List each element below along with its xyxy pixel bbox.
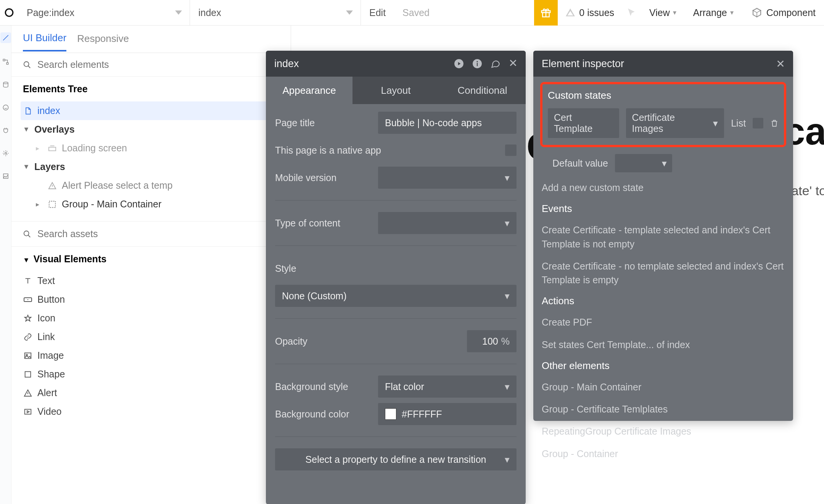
logs-rail-icon[interactable]: [2, 172, 10, 180]
arrange-menu[interactable]: Arrange▾: [685, 0, 742, 26]
native-app-checkbox[interactable]: [505, 144, 517, 156]
tab-appearance[interactable]: Appearance: [266, 77, 352, 104]
plugins-rail-icon[interactable]: [2, 126, 10, 135]
transition-select[interactable]: Select a property to define a new transi…: [275, 448, 517, 470]
close-icon[interactable]: [509, 59, 517, 69]
default-value-select[interactable]: ▾: [615, 154, 672, 172]
action-item[interactable]: Create PDF: [542, 315, 785, 329]
ve-shape[interactable]: Shape: [21, 365, 282, 384]
warning-icon: [23, 389, 33, 397]
tree-node-layers[interactable]: ▼ Layers: [21, 157, 282, 176]
tree-node-label: Loading screen: [62, 143, 127, 154]
chevron-down-icon: [346, 9, 353, 16]
ve-alert[interactable]: Alert: [21, 384, 282, 402]
other-element-item[interactable]: Group - Container: [542, 447, 785, 461]
svg-rect-21: [477, 63, 478, 66]
saved-label: Saved: [394, 0, 438, 26]
trash-icon[interactable]: [770, 119, 779, 128]
bg-color-input[interactable]: #FFFFFF: [378, 403, 517, 425]
bg-color-value: #FFFFFF: [402, 409, 442, 420]
opacity-input[interactable]: 100%: [467, 330, 517, 352]
add-custom-state[interactable]: Add a new custom state: [542, 181, 785, 194]
cursor-tool[interactable]: [622, 8, 641, 18]
other-element-item[interactable]: Group - Main Container: [542, 380, 785, 394]
state-name-pill[interactable]: Cert Template: [548, 108, 619, 138]
state-type-select[interactable]: Certificate Images▾: [626, 108, 724, 138]
canvas-desc-fragment: ate' to: [791, 182, 824, 200]
chevron-down-icon: ▾: [713, 118, 718, 129]
ve-button[interactable]: Button: [21, 290, 282, 309]
tab-conditional[interactable]: Conditional: [439, 77, 526, 104]
search-assets-input[interactable]: [37, 228, 279, 239]
styles-rail-icon[interactable]: [2, 103, 10, 112]
settings-rail-icon[interactable]: [2, 149, 10, 157]
view-dropdown[interactable]: index: [190, 0, 361, 26]
design-rail-icon[interactable]: [0, 32, 11, 43]
panel-title: index: [274, 58, 299, 70]
ve-video[interactable]: Video: [21, 402, 282, 421]
type-of-content-label: Type of content: [275, 218, 370, 229]
warning-icon: [47, 181, 57, 190]
event-item[interactable]: Create Certificate - template selected a…: [542, 223, 785, 251]
star-icon: [23, 314, 33, 323]
tab-ui-builder[interactable]: UI Builder: [23, 32, 66, 51]
event-item[interactable]: Create Certificate - no template selecte…: [542, 259, 785, 287]
tree-node-label: index: [37, 105, 60, 116]
page-dropdown-prefix: Page:: [27, 7, 52, 18]
ve-image[interactable]: Image: [21, 346, 282, 365]
inspector-header[interactable]: Element inspector: [533, 51, 793, 77]
style-select[interactable]: None (Custom)▾: [275, 285, 517, 307]
action-item[interactable]: Set states Cert Template... of index: [542, 338, 785, 352]
top-bar: Page: index index Edit Saved 0 issues Vi…: [0, 0, 824, 26]
play-icon[interactable]: [454, 59, 464, 69]
tree-node-loading[interactable]: ▸ Loading screen: [21, 139, 282, 157]
other-element-item[interactable]: RepeatingGroup Certificate Images: [542, 424, 785, 438]
element-inspector: Element inspector Custom states Cert Tem…: [533, 51, 793, 421]
ve-label: Text: [37, 275, 55, 286]
bg-style-select[interactable]: Flat color▾: [378, 376, 517, 398]
svg-point-5: [3, 82, 8, 84]
components-button[interactable]: Component: [742, 0, 824, 26]
tree-node-alert-temp[interactable]: Alert Please select a temp: [21, 176, 282, 195]
issues-indicator[interactable]: 0 issues: [558, 7, 622, 18]
list-label: List: [731, 118, 746, 129]
ve-link[interactable]: Link: [21, 327, 282, 346]
comment-icon[interactable]: [491, 59, 501, 69]
search-elements-input[interactable]: [37, 59, 279, 70]
list-checkbox[interactable]: [753, 118, 763, 128]
other-element-item[interactable]: Group - Certificate Temlplates: [542, 402, 785, 416]
tree-node-overlays[interactable]: ▼ Overlays: [21, 120, 282, 139]
tree-node-index[interactable]: index: [21, 101, 282, 120]
chevron-down-icon: ▾: [662, 158, 667, 169]
transition-label: Select a property to define a new transi…: [306, 454, 486, 465]
tree-node-label: Layers: [34, 161, 65, 172]
view-menu[interactable]: View▾: [641, 0, 685, 26]
search-elements-row: [11, 53, 291, 77]
type-of-content-select[interactable]: ▾: [378, 212, 517, 234]
ve-icon[interactable]: Icon: [21, 309, 282, 327]
page-dropdown[interactable]: Page: index: [18, 0, 190, 26]
tree-node-label: Overlays: [34, 124, 75, 135]
panel-header[interactable]: index: [266, 51, 526, 77]
native-app-label: This page is a native app: [275, 145, 497, 156]
info-icon[interactable]: [472, 59, 482, 69]
tree-node-group-main[interactable]: ▸ Group - Main Container: [21, 195, 282, 213]
tree-node-label: Alert Please select a temp: [62, 180, 172, 191]
visual-elements-header[interactable]: ▼Visual Elements: [11, 246, 291, 271]
tab-layout[interactable]: Layout: [352, 77, 439, 104]
workflow-rail-icon[interactable]: [2, 58, 10, 66]
ve-text[interactable]: Text: [21, 271, 282, 290]
page-title-input[interactable]: Bubble | No-code apps: [378, 112, 517, 134]
bg-color-label: Background color: [275, 409, 370, 420]
gift-button[interactable]: [534, 0, 558, 26]
shape-icon: [23, 370, 33, 379]
tab-responsive[interactable]: Responsive: [77, 33, 129, 51]
page-dropdown-value: index: [52, 7, 74, 18]
panel-body: Page title Bubble | No-code apps This pa…: [266, 104, 526, 478]
app-logo: [0, 8, 18, 18]
mobile-version-select[interactable]: ▾: [378, 167, 517, 189]
close-icon[interactable]: [776, 59, 785, 68]
state-type-text: Certificate Images: [632, 112, 709, 134]
page-title-value: Bubble | No-code apps: [385, 117, 482, 128]
data-rail-icon[interactable]: [2, 80, 10, 89]
